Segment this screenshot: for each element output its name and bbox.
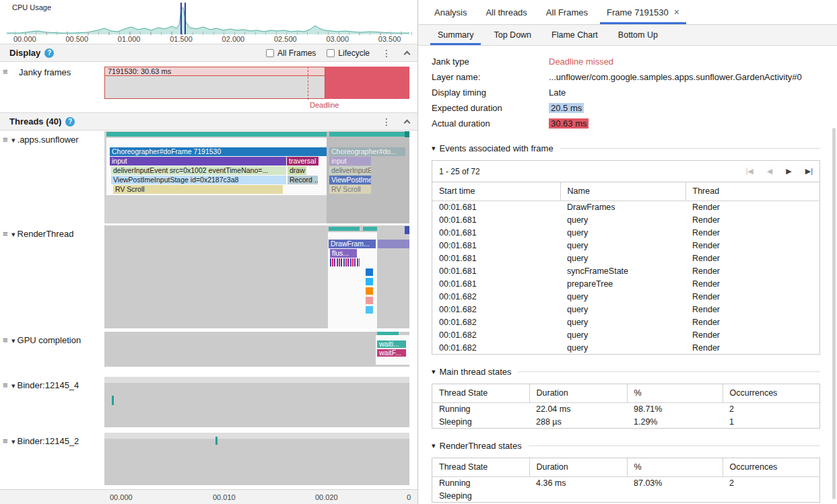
vertical-scrollbar[interactable] bbox=[832, 128, 836, 499]
close-tab-icon[interactable]: × bbox=[674, 7, 679, 17]
help-icon[interactable]: ? bbox=[44, 48, 54, 58]
drag-handle-icon[interactable]: ≡ bbox=[3, 67, 8, 77]
collapse-section-icon[interactable] bbox=[404, 50, 411, 57]
table-row[interactable]: 00:01.681queryRender bbox=[432, 226, 819, 239]
column-header[interactable]: Duration bbox=[529, 458, 627, 476]
table-row[interactable]: 00:01.681syncFrameStateRender bbox=[432, 264, 819, 277]
selection-range-start-line[interactable] bbox=[180, 3, 182, 34]
table-row[interactable]: 00:01.681DrawFramesRender bbox=[432, 201, 819, 213]
trace-event-bar[interactable]: Choreographer#do... bbox=[329, 147, 405, 156]
thread-track[interactable]: waiti...waitF... bbox=[104, 332, 409, 367]
table-row[interactable]: Sleeping bbox=[432, 489, 819, 502]
help-icon[interactable]: ? bbox=[65, 117, 75, 127]
trace-event-bar[interactable]: waiti... bbox=[377, 340, 406, 348]
subtab-top-down[interactable]: Top Down bbox=[483, 25, 541, 45]
trace-event-bar[interactable]: DrawFram... bbox=[329, 240, 376, 248]
collapse-section-icon[interactable] bbox=[404, 119, 411, 126]
table-row[interactable]: 00:01.681queryRender bbox=[432, 252, 819, 264]
trace-event-bar[interactable]: ViewPostImeInputStage id=0x2187c3a8 bbox=[111, 176, 286, 184]
tab-all-frames[interactable]: All Frames bbox=[537, 0, 597, 24]
column-header[interactable]: Occurrences bbox=[723, 458, 819, 476]
collapse-arrow-icon[interactable]: ▾ bbox=[11, 136, 15, 144]
drag-handle-icon[interactable]: ≡ bbox=[3, 135, 8, 145]
table-row[interactable]: 00:01.682queryRender bbox=[432, 316, 819, 328]
collapse-triangle-icon[interactable]: ▾ bbox=[432, 441, 436, 450]
trace-event-bar[interactable]: waitF... bbox=[377, 349, 406, 357]
threads-section-title: Threads (40) bbox=[9, 116, 61, 127]
thread-track[interactable] bbox=[104, 433, 409, 485]
trace-event-bar[interactable]: Choreographer#doFrame 7191530 bbox=[110, 147, 327, 156]
trace-event-bar[interactable]: deliverInputEven... bbox=[329, 166, 371, 175]
drag-handle-icon[interactable]: ≡ bbox=[3, 436, 8, 446]
drag-handle-icon[interactable]: ≡ bbox=[3, 335, 8, 345]
drag-handle-icon[interactable]: ≡ bbox=[3, 229, 8, 239]
collapse-arrow-icon[interactable]: ▾ bbox=[11, 336, 15, 345]
column-header[interactable]: Thread bbox=[685, 182, 819, 201]
table-row[interactable]: Running22.04 ms98.71%2 bbox=[432, 402, 819, 415]
all-frames-checkbox[interactable]: All Frames bbox=[266, 48, 316, 58]
next-janky-frame[interactable] bbox=[325, 67, 409, 99]
thread-track[interactable]: DrawFram...flus... bbox=[104, 225, 409, 328]
previous-page-button[interactable]: ◀ bbox=[767, 167, 772, 176]
renderthread-states-header[interactable]: ▾ RenderThread states bbox=[432, 441, 820, 451]
column-header[interactable]: Thread State bbox=[432, 458, 529, 476]
column-header[interactable]: Occurrences bbox=[723, 384, 819, 402]
collapse-arrow-icon[interactable]: ▾ bbox=[11, 437, 15, 445]
checkbox-icon[interactable] bbox=[266, 49, 274, 57]
trace-event-bar[interactable]: ViewPostImeInp... bbox=[329, 176, 371, 184]
column-header[interactable]: % bbox=[627, 384, 723, 402]
table-row[interactable]: 00:01.682queryRender bbox=[432, 328, 819, 341]
checkbox-icon[interactable] bbox=[327, 49, 335, 57]
table-row[interactable]: 00:01.682queryRender bbox=[432, 341, 819, 354]
collapse-triangle-icon[interactable]: ▾ bbox=[432, 367, 436, 376]
table-row[interactable]: Sleeping288 µs1.29%1 bbox=[432, 415, 819, 428]
cpu-usage-track[interactable]: CPU Usage 00.00000.50001.00001.50002.000… bbox=[0, 0, 417, 44]
next-page-button[interactable]: ▶ bbox=[786, 167, 791, 176]
trace-event-bar[interactable]: traversal bbox=[287, 157, 319, 166]
trace-event-bar[interactable]: RV Scroll bbox=[113, 185, 283, 194]
column-header[interactable]: Thread State bbox=[432, 384, 529, 402]
table-row[interactable]: Running4.36 ms87.03%2 bbox=[432, 476, 819, 489]
thread-track[interactable]: Choreographer#doFrame 7191530Choreograph… bbox=[104, 131, 409, 223]
tab-all-threads[interactable]: All threads bbox=[476, 0, 536, 24]
first-page-button[interactable]: |◀ bbox=[745, 167, 753, 176]
drag-handle-icon[interactable]: ≡ bbox=[3, 380, 8, 390]
selected-janky-frame[interactable]: 7191530: 30.63 ms bbox=[104, 67, 325, 99]
table-row[interactable]: 00:01.681queryRender bbox=[432, 213, 819, 226]
table-row[interactable]: 00:01.682queryRender bbox=[432, 303, 819, 316]
more-options-icon[interactable]: ⋮ bbox=[382, 48, 391, 59]
table-row[interactable]: 00:01.681queryRender bbox=[432, 239, 819, 252]
trace-event-bar[interactable]: draw bbox=[288, 166, 306, 175]
tab-frame-7191530[interactable]: Frame 7191530× bbox=[597, 0, 689, 24]
collapse-arrow-icon[interactable]: ▾ bbox=[11, 382, 15, 390]
subtab-summary[interactable]: Summary bbox=[428, 25, 483, 45]
subtab-bottom-up[interactable]: Bottom Up bbox=[608, 25, 668, 45]
column-header[interactable]: Duration bbox=[529, 384, 627, 402]
thread-track[interactable] bbox=[104, 377, 409, 427]
subtab-flame-chart[interactable]: Flame Chart bbox=[541, 25, 608, 45]
trace-event-bar[interactable]: Record ... bbox=[288, 176, 318, 184]
trace-event-bar[interactable]: RV Scroll bbox=[329, 185, 371, 194]
main-thread-states-header[interactable]: ▾ Main thread states bbox=[432, 367, 820, 377]
collapse-arrow-icon[interactable]: ▾ bbox=[11, 230, 15, 238]
table-row[interactable]: 00:01.682queryRender bbox=[432, 290, 819, 303]
more-options-icon[interactable]: ⋮ bbox=[382, 116, 391, 127]
trace-event-bar[interactable]: flus... bbox=[330, 249, 357, 258]
table-cell: Render bbox=[685, 201, 819, 213]
column-header[interactable]: % bbox=[627, 458, 723, 476]
column-header[interactable]: Start time bbox=[432, 182, 560, 201]
trace-event-bar[interactable]: input bbox=[329, 157, 371, 166]
trace-event-bar[interactable]: deliverInputEvent src=0x1002 eventTimeNa… bbox=[111, 166, 286, 175]
events-section-header[interactable]: ▾ Events associated with frame bbox=[432, 143, 820, 153]
collapse-triangle-icon[interactable]: ▾ bbox=[432, 144, 436, 153]
last-page-button[interactable]: ▶| bbox=[805, 167, 813, 176]
janky-frames-track[interactable]: 7191530: 30.63 ms Deadline bbox=[104, 62, 409, 112]
column-header[interactable]: Name bbox=[560, 182, 685, 201]
trace-event-bar[interactable]: input bbox=[110, 157, 286, 166]
table-row[interactable]: 00:01.681prepareTreeRender bbox=[432, 277, 819, 290]
tab-analysis[interactable]: Analysis bbox=[425, 0, 476, 24]
table-cell: 00:01.682 bbox=[432, 316, 560, 328]
selection-range-end-line[interactable] bbox=[185, 3, 186, 34]
lifecycle-checkbox[interactable]: Lifecycle bbox=[327, 48, 370, 58]
track-region bbox=[104, 377, 409, 383]
